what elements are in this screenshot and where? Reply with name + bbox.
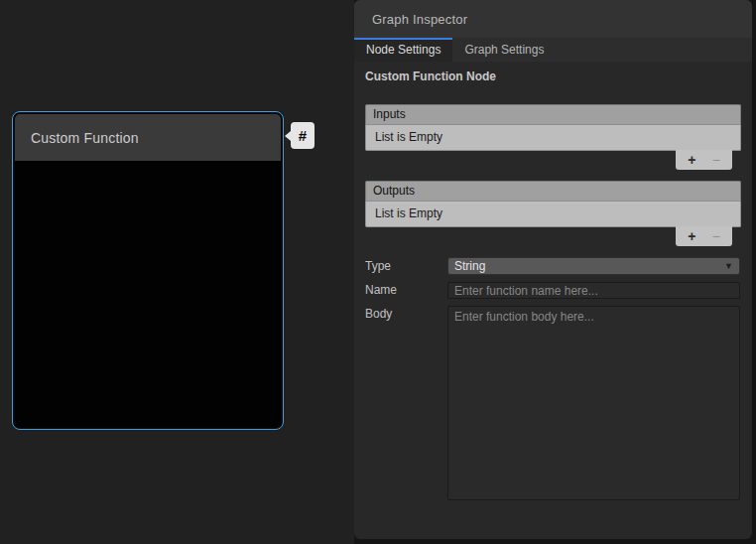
inputs-remove-button[interactable]: − <box>712 151 720 169</box>
inspector-host: Graph Inspector Node Settings Graph Sett… <box>354 0 756 544</box>
inputs-list-header: Inputs <box>365 104 741 125</box>
outputs-empty-row: List is Empty <box>365 202 741 227</box>
outputs-list-header: Outputs <box>365 181 741 202</box>
node-title: Custom Function <box>31 130 139 146</box>
tab-graph-settings[interactable]: Graph Settings <box>452 38 556 62</box>
outputs-list-footer: + − <box>365 227 741 247</box>
inspector-tabstrip: Node Settings Graph Settings <box>354 38 752 62</box>
node-frame: Custom Function <box>15 114 281 427</box>
type-label: Type <box>365 259 391 273</box>
hash-icon: # <box>299 127 307 144</box>
function-name-input[interactable] <box>447 282 740 299</box>
custom-function-node[interactable]: Custom Function <box>12 111 284 430</box>
outputs-empty-text: List is Empty <box>375 206 442 220</box>
outputs-list-title: Outputs <box>373 184 415 198</box>
function-body-input[interactable] <box>447 306 740 500</box>
graph-inspector-panel: Graph Inspector Node Settings Graph Sett… <box>354 0 752 539</box>
graph-canvas[interactable]: Custom Function # <box>0 0 354 544</box>
name-label: Name <box>365 283 397 297</box>
tab-node-settings[interactable]: Node Settings <box>354 38 452 62</box>
inspector-title: Graph Inspector <box>372 12 467 27</box>
node-title-bar[interactable]: Custom Function <box>15 114 281 161</box>
node-preview-body <box>15 161 281 427</box>
type-dropdown-value: String <box>454 259 485 273</box>
inputs-empty-text: List is Empty <box>375 130 442 144</box>
chevron-down-icon: ▼ <box>724 262 733 271</box>
inputs-footer-bar: + − <box>676 150 732 170</box>
inputs-list-footer: + − <box>365 151 741 171</box>
inputs-list-title: Inputs <box>373 107 406 121</box>
body-label: Body <box>365 307 392 321</box>
section-title: Custom Function Node <box>365 69 496 83</box>
outputs-footer-bar: + − <box>676 226 732 246</box>
inputs-add-button[interactable]: + <box>688 151 695 169</box>
type-dropdown[interactable]: String ▼ <box>447 257 740 275</box>
outputs-list: Outputs List is Empty + − <box>365 181 741 247</box>
inputs-empty-row: List is Empty <box>365 125 741 151</box>
tab-graph-settings-label: Graph Settings <box>464 43 544 57</box>
node-hash-badge[interactable]: # <box>291 122 315 149</box>
tab-node-settings-label: Node Settings <box>366 43 441 57</box>
outputs-remove-button[interactable]: − <box>712 227 720 245</box>
inputs-list: Inputs List is Empty + − <box>365 104 741 171</box>
outputs-add-button[interactable]: + <box>688 227 695 245</box>
inspector-header[interactable]: Graph Inspector <box>354 0 752 38</box>
badge-pointer-icon <box>285 131 291 141</box>
